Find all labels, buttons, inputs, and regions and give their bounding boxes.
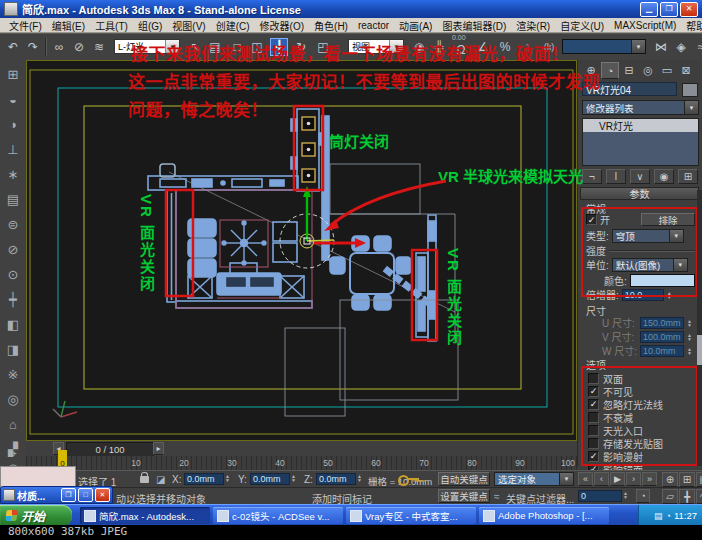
multiplier-field[interactable]: 10.0 [622, 289, 664, 301]
unit-dropdown[interactable]: 默认(图像)▼ [612, 258, 688, 272]
link-icon[interactable]: ∞ [50, 38, 68, 56]
pin-stack-icon[interactable]: ¬ [582, 169, 602, 184]
time-slider-handle[interactable]: 0 / 100 [66, 442, 154, 457]
tab-tool-icon-1[interactable]: ⊞ [3, 64, 23, 84]
select-move-icon[interactable]: ╋ [270, 38, 288, 56]
z-spinner[interactable] [357, 474, 365, 482]
menu-character[interactable]: 角色(H) [309, 18, 353, 33]
menu-maxscript[interactable]: MAXScript(M) [609, 20, 681, 31]
y-coordinate-field[interactable]: 0.0mm [250, 473, 290, 485]
key-filters-waveform-icon[interactable]: ≈ [494, 491, 500, 502]
on-checkbox[interactable] [586, 214, 597, 225]
selection-lock-icon[interactable] [140, 476, 149, 483]
material-editor-titlebar[interactable]: 材质... ❐ □ ✕ [0, 486, 113, 504]
tray-icon-1[interactable]: ▤ [654, 511, 663, 521]
zoom-icon[interactable]: ⊕ [662, 472, 678, 487]
named-selection-dropdown[interactable]: ▼ [562, 39, 646, 54]
undo-icon[interactable]: ↶ [4, 38, 22, 56]
frame-forward-button[interactable]: ▸ [153, 442, 164, 455]
redo-icon[interactable]: ↷ [24, 38, 42, 56]
tab-tool-icon-14[interactable]: ◎ [3, 389, 23, 409]
dropdown-arrow-icon[interactable]: ▼ [559, 473, 573, 485]
go-end-icon[interactable]: » [642, 472, 657, 486]
restore-button[interactable]: ❒ [660, 2, 678, 17]
mirror-icon[interactable]: ⋈ [652, 38, 670, 56]
close-button[interactable]: ✕ [680, 2, 698, 17]
dropdown-arrow-icon[interactable]: ▼ [669, 230, 683, 242]
track-bar[interactable]: 10 20 30 40 50 60 70 80 90 100 [26, 456, 577, 471]
light-color-swatch[interactable] [630, 274, 695, 287]
object-color-swatch[interactable] [682, 83, 698, 97]
dropdown-arrow-icon[interactable]: ▼ [673, 259, 687, 271]
tab-tool-icon-11[interactable]: ◧ [3, 314, 23, 334]
tab-tool-icon-3[interactable]: ◑ [3, 114, 23, 134]
field-of-view-icon[interactable]: ▱ [662, 489, 678, 504]
spinner-snap-icon[interactable]: ↕ [518, 38, 536, 56]
pan-icon[interactable]: ╋ [679, 489, 695, 504]
menu-graph-editors[interactable]: 图表编辑器(D) [437, 18, 511, 33]
affect-diffuse-checkbox[interactable] [588, 451, 599, 462]
snap-toggle-icon[interactable]: Ω [452, 41, 470, 59]
modify-tab-icon[interactable]: ◔ [601, 62, 619, 79]
utilities-tab-icon[interactable]: ⊠ [677, 62, 695, 79]
set-key-button[interactable]: 设置关键点 [438, 489, 490, 503]
auto-key-button[interactable]: 自动关键点 [438, 472, 490, 486]
arc-rotate-icon[interactable]: ◠ [696, 489, 702, 504]
top-viewport[interactable] [26, 60, 577, 441]
title-bar[interactable]: 简欣.max - Autodesk 3ds Max 8 - Stand-alon… [0, 0, 702, 18]
selection-filter-dropdown[interactable]: L-灯光▼ [114, 39, 180, 54]
select-manipulate-icon[interactable]: ╬ [430, 38, 448, 56]
hierarchy-tab-icon[interactable]: ⊟ [620, 62, 638, 79]
store-irradiance-checkbox[interactable] [588, 438, 599, 449]
panel-scrollbar[interactable] [697, 190, 702, 466]
set-key-icon[interactable] [398, 474, 420, 485]
configure-modifier-sets-icon[interactable]: ⊞ [678, 169, 698, 184]
modifier-stack[interactable]: VR灯光 [582, 118, 699, 166]
select-object-icon[interactable]: ↖ [186, 38, 204, 56]
bind-spacewarp-icon[interactable]: ≋ [90, 38, 108, 56]
show-end-result-icon[interactable]: I [606, 169, 626, 184]
menu-rendering[interactable]: 渲染(R) [511, 18, 555, 33]
menu-animation[interactable]: 动画(A) [394, 18, 437, 33]
region-window-icon[interactable]: ◫ [248, 38, 266, 56]
parameters-rollout-header[interactable]: 参数 [580, 187, 699, 200]
tab-tool-icon-5[interactable]: ∗ [3, 164, 23, 184]
current-frame-field[interactable]: 0 [578, 490, 622, 502]
mat-maximize-button[interactable]: □ [78, 488, 93, 502]
tab-tool-icon-12[interactable]: ◨ [3, 339, 23, 359]
frame-spinner[interactable] [623, 491, 631, 499]
tab-tool-icon-7[interactable]: ⊜ [3, 214, 23, 234]
tab-tool-icon-8[interactable]: ⊘ [3, 239, 23, 259]
go-start-icon[interactable]: « [578, 472, 593, 486]
make-unique-icon[interactable]: ∨ [630, 169, 650, 184]
menu-tools[interactable]: 工具(T) [90, 18, 133, 33]
menu-create[interactable]: 创建(C) [211, 18, 255, 33]
transform-typein-icon[interactable]: ◪ [156, 474, 165, 485]
taskbar-item-browser[interactable]: Vray专区 - 中式客室... [346, 507, 476, 524]
invisible-checkbox[interactable] [588, 386, 599, 397]
no-decay-checkbox[interactable] [588, 412, 599, 423]
ref-coordinate-dropdown[interactable]: 视图▼ [348, 39, 404, 54]
prev-frame-icon[interactable]: ‹ [594, 472, 609, 486]
dropdown-arrow-icon[interactable]: ▼ [165, 40, 179, 53]
zoom-extents-icon[interactable]: ▣ [696, 472, 702, 487]
tab-tool-icon-4[interactable]: ⊥ [3, 139, 23, 159]
menu-edit[interactable]: 编辑(E) [47, 18, 90, 33]
select-scale-icon[interactable]: ◰ [314, 38, 332, 56]
time-slider[interactable]: ◂ 0 / 100 ▸ [26, 441, 577, 457]
double-sided-checkbox[interactable] [588, 373, 599, 384]
exclude-button[interactable]: 排除 [641, 213, 695, 226]
menu-file[interactable]: 文件(F) [4, 18, 47, 33]
skylight-portal-checkbox[interactable] [588, 425, 599, 436]
dropdown-arrow-icon[interactable]: ▼ [684, 101, 698, 114]
region-rect-icon[interactable]: □ [228, 38, 246, 56]
keyboard-override-icon[interactable]: (k) [540, 38, 558, 56]
use-pivot-center-icon[interactable]: ◉ [410, 38, 428, 56]
select-by-name-icon[interactable]: ▤ [206, 38, 224, 56]
menu-reactor[interactable]: reactor [353, 20, 394, 31]
tray-icon-2[interactable]: ◔ [665, 511, 670, 521]
tab-tool-icon-9[interactable]: ⊙ [3, 264, 23, 284]
material-editor-icon[interactable]: ◈ [672, 38, 690, 56]
taskbar-item-max[interactable]: 简欣.max - Autodesk... [80, 507, 210, 524]
percent-snap-icon[interactable]: % [496, 38, 514, 56]
